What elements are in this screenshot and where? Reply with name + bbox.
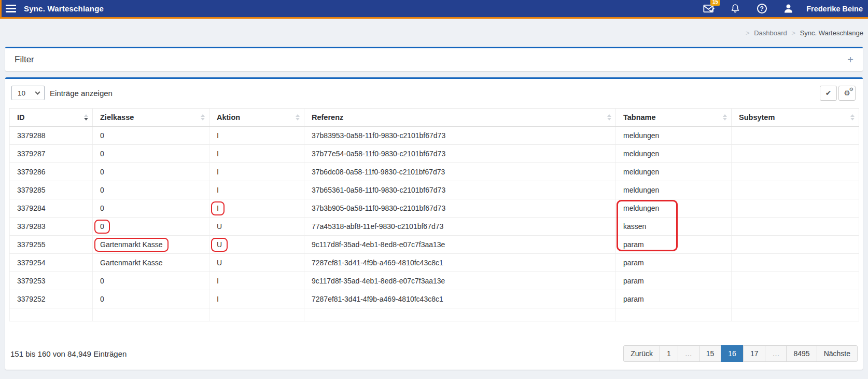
breadcrumb-dashboard[interactable]: Dashboard bbox=[754, 29, 787, 37]
cell-id: 3379288 bbox=[10, 127, 93, 145]
page-size-value: 10 bbox=[18, 89, 25, 97]
cell-referenz: 77a45318-abf8-11ef-9830-c2101bf67d73 bbox=[304, 218, 616, 236]
column-header-zielkasse[interactable]: Zielkasse bbox=[93, 109, 209, 127]
page-button-1[interactable]: 1 bbox=[660, 345, 678, 362]
cell-aktion: I bbox=[209, 163, 304, 181]
cell-subsytem bbox=[732, 145, 859, 163]
table-row-3379286: 33792860I37b6dc08-0a58-11f0-9830-c2101bf… bbox=[10, 163, 859, 181]
column-label: ID bbox=[17, 113, 25, 121]
cell-referenz: 9c117d8f-35ad-4eb1-8ed8-e07c7f3aa13e bbox=[304, 272, 616, 290]
table-body: 33792880I37b83953-0a58-11f0-9830-c2101bf… bbox=[10, 127, 859, 308]
page-button-8495[interactable]: 8495 bbox=[786, 345, 817, 362]
bell-icon bbox=[730, 3, 740, 14]
cell-tabname: meldungen bbox=[616, 199, 732, 218]
cell-zielkasse: 0 bbox=[93, 163, 209, 181]
cell-id: 3379287 bbox=[10, 145, 93, 163]
cell-subsytem bbox=[732, 199, 859, 218]
column-label: Aktion bbox=[217, 113, 240, 121]
table-row-3379252: 33792520I7287ef81-3d41-4f9b-a469-4810fc4… bbox=[10, 290, 859, 308]
footer-cell-aktion bbox=[209, 308, 304, 321]
page-button-15[interactable]: 15 bbox=[699, 345, 722, 362]
table-settings-button[interactable]: ⚙⚙ bbox=[838, 86, 856, 101]
cell-aktion: I bbox=[209, 127, 304, 145]
red-highlight-box: Gartenmarkt Kasse bbox=[94, 238, 169, 252]
column-label: Tabname bbox=[623, 113, 656, 121]
cell-zielkasse: 0 bbox=[93, 181, 209, 199]
expand-filter-icon[interactable]: + bbox=[847, 55, 853, 65]
cell-id: 3379252 bbox=[10, 290, 93, 308]
cell-tabname: kassen bbox=[616, 218, 732, 236]
person-icon bbox=[783, 3, 794, 14]
help-button[interactable]: ? bbox=[755, 3, 768, 15]
table-footer-bar: 151 bis 160 von 84,949 Einträgen Zurück1… bbox=[10, 345, 859, 362]
cell-id: 3379284 bbox=[10, 199, 93, 218]
red-highlight-box: U bbox=[211, 238, 228, 252]
topbar-orange-accent bbox=[0, 0, 2, 19]
cell-tabname: param bbox=[616, 236, 732, 254]
cell-id: 3379254 bbox=[10, 254, 93, 272]
table-info: 151 bis 160 von 84,949 Einträgen bbox=[10, 349, 127, 358]
table-row-3379287: 33792870I37b77e54-0a58-11f0-9830-c2101bf… bbox=[10, 145, 859, 163]
table-row-3379255: 3379255Gartenmarkt KasseU9c117d8f-35ad-4… bbox=[10, 236, 859, 254]
cell-tabname: meldungen bbox=[616, 163, 732, 181]
sort-icon bbox=[723, 114, 727, 120]
breadcrumb-separator: > bbox=[791, 29, 795, 37]
cell-referenz: 7287ef81-3d41-4f9b-a469-4810fc43c8c1 bbox=[304, 290, 616, 308]
cell-tabname: meldungen bbox=[616, 181, 732, 199]
cell-subsytem bbox=[732, 163, 859, 181]
chevron-down-icon bbox=[35, 89, 40, 94]
page-title: Sync. Warteschlange bbox=[24, 4, 104, 13]
table-row-3379253: 33792530I9c117d8f-35ad-4eb1-8ed8-e07c7f3… bbox=[10, 272, 859, 290]
cell-tabname: param bbox=[616, 290, 732, 308]
breadcrumb-current: Sync. Warteschlange bbox=[800, 29, 863, 37]
user-menu-button[interactable] bbox=[782, 3, 794, 15]
table-footer-row bbox=[10, 308, 859, 321]
cell-subsytem bbox=[732, 254, 859, 272]
footer-cell-referenz bbox=[304, 308, 616, 321]
cell-subsytem bbox=[732, 290, 859, 308]
table-header-row: IDZielkasseAktionReferenzTabnameSubsytem bbox=[10, 109, 859, 127]
cell-subsytem bbox=[732, 218, 859, 236]
menu-toggle-icon[interactable] bbox=[6, 3, 16, 14]
cell-zielkasse: 0 bbox=[93, 290, 209, 308]
cell-zielkasse: 0 bbox=[93, 199, 209, 218]
cell-referenz: 37b83953-0a58-11f0-9830-c2101bf67d73 bbox=[304, 127, 616, 145]
cell-referenz: 37b77e54-0a58-11f0-9830-c2101bf67d73 bbox=[304, 145, 616, 163]
column-header-id[interactable]: ID bbox=[10, 109, 93, 127]
cell-tabname: meldungen bbox=[616, 127, 732, 145]
cell-referenz: 9c117d8f-35ad-4eb1-8ed8-e07c7f3aa13e bbox=[304, 236, 616, 254]
cell-id: 3379285 bbox=[10, 181, 93, 199]
column-header-subsytem[interactable]: Subsytem bbox=[732, 109, 859, 127]
column-header-aktion[interactable]: Aktion bbox=[209, 109, 304, 127]
sort-icon bbox=[850, 114, 855, 120]
cell-id: 3379283 bbox=[10, 218, 93, 236]
prev-page-button[interactable]: Zurück bbox=[623, 345, 660, 362]
sort-icon bbox=[201, 114, 205, 120]
cell-subsytem bbox=[732, 236, 859, 254]
apply-selection-button[interactable]: ✔ bbox=[820, 86, 837, 101]
ellipsis-left: … bbox=[678, 345, 699, 362]
column-header-referenz[interactable]: Referenz bbox=[304, 109, 616, 127]
page-button-16[interactable]: 16 bbox=[721, 345, 744, 362]
messages-button[interactable]: 15 bbox=[703, 3, 715, 15]
table-row-3379288: 33792880I37b83953-0a58-11f0-9830-c2101bf… bbox=[10, 127, 859, 145]
cell-aktion: I bbox=[209, 199, 304, 218]
page-button-17[interactable]: 17 bbox=[743, 345, 766, 362]
user-name[interactable]: Frederike Beine bbox=[806, 5, 863, 13]
cell-aktion: I bbox=[209, 145, 304, 163]
cell-referenz: 37b65361-0a58-11f0-9830-c2101bf67d73 bbox=[304, 181, 616, 199]
next-page-button[interactable]: Nächste bbox=[817, 345, 858, 362]
column-header-tabname[interactable]: Tabname bbox=[616, 109, 732, 127]
notifications-button[interactable] bbox=[729, 3, 741, 15]
cell-aktion: I bbox=[209, 290, 304, 308]
column-label: Referenz bbox=[312, 113, 343, 121]
page-size-select[interactable]: 10 bbox=[11, 86, 45, 100]
cell-zielkasse: 0 bbox=[93, 145, 209, 163]
column-label: Zielkasse bbox=[100, 113, 134, 121]
sort-icon bbox=[84, 114, 88, 120]
sync-queue-table: IDZielkasseAktionReferenzTabnameSubsytem… bbox=[9, 108, 859, 321]
table-controls: 10 Einträge anzeigen ✔ ⚙⚙ bbox=[11, 85, 856, 101]
cell-id: 3379253 bbox=[10, 272, 93, 290]
sort-icon bbox=[607, 114, 611, 120]
cell-aktion: U bbox=[209, 236, 304, 254]
